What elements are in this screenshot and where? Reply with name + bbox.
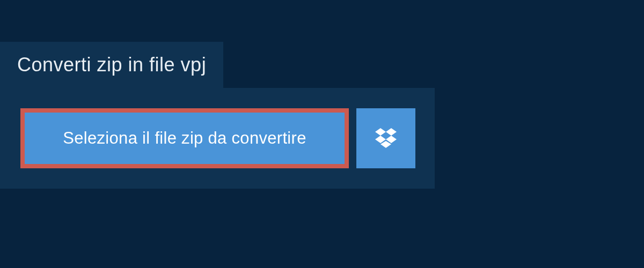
tab-title: Converti zip in file vpj: [17, 54, 206, 76]
tab-convert[interactable]: Converti zip in file vpj: [0, 42, 223, 88]
dropbox-icon: [375, 128, 397, 148]
select-file-label: Seleziona il file zip da convertire: [63, 129, 306, 147]
dropbox-button[interactable]: [356, 108, 415, 168]
button-row: Seleziona il file zip da convertire: [20, 108, 414, 168]
tab-container: Converti zip in file vpj Seleziona il fi…: [0, 0, 644, 189]
select-file-button[interactable]: Seleziona il file zip da convertire: [20, 108, 349, 168]
converter-panel: Seleziona il file zip da convertire: [0, 88, 435, 189]
